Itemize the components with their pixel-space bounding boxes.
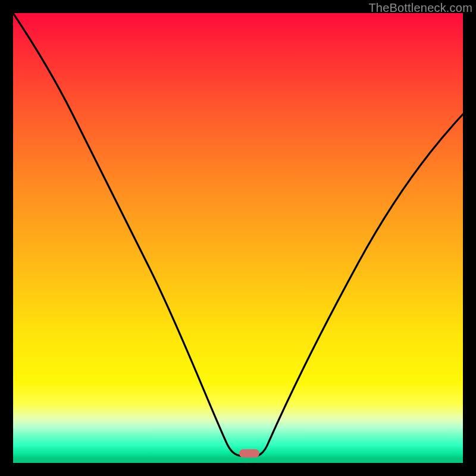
watermark-text: TheBottleneck.com xyxy=(368,1,472,15)
plot-area xyxy=(13,13,463,463)
chart-frame: TheBottleneck.com xyxy=(0,0,476,476)
optimum-marker xyxy=(239,449,259,458)
curve-path xyxy=(13,13,463,456)
bottleneck-curve xyxy=(13,13,463,463)
